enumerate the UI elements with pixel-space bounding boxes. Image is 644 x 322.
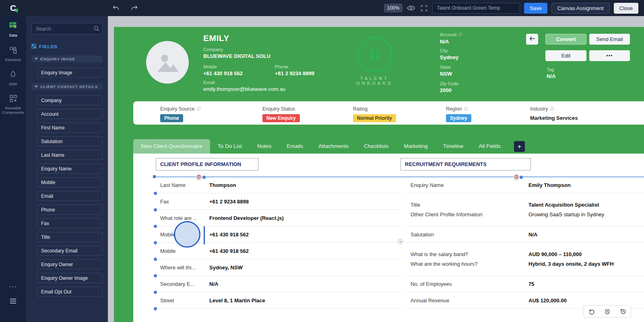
info-icon: ⓘ (550, 106, 554, 112)
field-item[interactable]: First Name (37, 123, 103, 133)
field-item[interactable]: Company (37, 95, 103, 105)
selection-dot[interactable] (154, 307, 157, 310)
field-item[interactable]: Enquiry Image (37, 68, 103, 78)
menu-icon[interactable] (10, 299, 16, 304)
tab-emails[interactable]: Emails (279, 139, 311, 154)
table-row[interactable]: Where will thi...Sydney, NSW (155, 259, 400, 276)
field-item[interactable]: Enquiry Owner (37, 259, 103, 269)
tab-content: CLIENT PROFILE INFORMATION RECRUITMENT R… (133, 154, 644, 322)
selection-handle[interactable] (153, 175, 156, 178)
canvas-template[interactable]: EMILY Company BLUEWAVE DIGITAL SOLU Mobi… (114, 27, 644, 322)
tab-checklists[interactable]: Checklists (356, 139, 396, 154)
info-icon: ⓘ (464, 106, 468, 112)
field-item[interactable]: Mobile (37, 177, 103, 187)
remove-block-icon[interactable] (196, 174, 202, 180)
section-header-enquiry-image[interactable]: ENQUIRY IMAGE (31, 55, 103, 62)
field-item[interactable]: Account (37, 109, 103, 119)
status-enquiry-status: Enquiry Status New Enquiry (262, 106, 300, 122)
field-item[interactable]: Last Name (37, 150, 103, 160)
field-item[interactable]: Salutation (37, 136, 103, 146)
table-row[interactable]: No. of Employees75 (406, 276, 644, 292)
selection-dot[interactable] (154, 274, 157, 277)
selection-dot[interactable] (154, 241, 157, 244)
preview-eye-icon[interactable] (407, 4, 415, 12)
field-item[interactable]: Secondary Email (37, 246, 103, 256)
tab-timeline[interactable]: Timeline (436, 139, 471, 154)
sidebar-item-style[interactable]: Style (1, 70, 25, 86)
search-input[interactable] (31, 23, 103, 35)
field-item[interactable]: Fax (37, 218, 103, 228)
record-name: EMILY (203, 33, 229, 43)
send-email-button[interactable]: Send Email (589, 34, 630, 45)
canvas-assignment-button[interactable]: Canvas Assignment (551, 3, 610, 14)
selection-dot[interactable] (154, 258, 157, 261)
field-item[interactable]: Email (37, 191, 103, 201)
canvas-logo[interactable]: C (0, 0, 26, 16)
sidebar-item-elements[interactable]: Elements (1, 46, 25, 62)
drop-caret (204, 226, 205, 244)
convert-button[interactable]: Convert (545, 34, 586, 45)
selection-dot[interactable] (520, 176, 523, 179)
selection-dot[interactable] (154, 208, 157, 211)
tab-all-fields[interactable]: All Fields (471, 139, 508, 154)
alarm-clock-icon[interactable] (602, 306, 613, 317)
status-badge[interactable]: New Enquiry (262, 114, 300, 122)
back-button[interactable] (526, 34, 538, 45)
edit-button[interactable]: Edit (545, 50, 586, 61)
fields-panel-title: FIELDS (31, 44, 103, 49)
table-row[interactable]: What is the salary band?AUD 90,000 – 110… (406, 243, 644, 276)
zoom-level[interactable]: 100% (384, 4, 403, 12)
redo-icon[interactable] (130, 4, 139, 12)
table-row[interactable]: StreetLevel 8, 1 Martin Place (155, 292, 400, 309)
style-icon (9, 70, 17, 80)
add-field-icon[interactable]: + (398, 239, 403, 244)
recruitment-table[interactable]: Enquiry NameEmily Thompson TitleTalent A… (406, 177, 644, 309)
sidebar-item-reusable-components[interactable]: Reusable Components (1, 94, 25, 115)
selection-dot[interactable] (154, 291, 157, 294)
field-item[interactable]: Email Opt Out (37, 287, 103, 297)
status-badge[interactable]: Sydney (446, 114, 471, 122)
section-title-client-profile[interactable]: CLIENT PROFILE INFORMATION (156, 158, 258, 170)
table-row[interactable]: Last NameThompson (155, 177, 400, 193)
tab-marketing[interactable]: Marketing (396, 139, 435, 154)
undo-icon[interactable] (111, 4, 120, 12)
field-search (31, 23, 103, 35)
sidebar-item-data[interactable]: Data (1, 22, 25, 38)
table-row[interactable]: Enquiry NameEmily Thompson (406, 177, 644, 193)
remove-block-icon[interactable] (513, 174, 520, 180)
history-icon[interactable] (618, 306, 628, 317)
status-badge[interactable]: Phone (160, 114, 183, 122)
rotate-left-icon[interactable] (586, 306, 597, 317)
tab-notes[interactable]: Notes (250, 139, 279, 154)
info-icon: ⓘ (458, 32, 462, 37)
tab-to-do-list[interactable]: To Do List (210, 139, 250, 154)
field-email: Email emily.thompson@bluewave.com.au (203, 80, 285, 92)
status-badge[interactable]: Normal Priority (353, 114, 396, 122)
close-button[interactable]: Close (614, 3, 638, 14)
section-title-recruitment[interactable]: RECRUITMENT REQUIREMENTS (400, 158, 531, 170)
table-row[interactable]: Fax+61 2 9234 8898 (155, 193, 400, 210)
section-header-client-contact-details[interactable]: CLIENT CONTACT DETAILS (31, 83, 103, 90)
fullscreen-icon[interactable] (419, 4, 428, 12)
add-tab-button[interactable]: + (514, 141, 525, 152)
field-item[interactable]: Enquiry Owner Image (37, 273, 103, 283)
table-row[interactable]: TitleTalent Acquisition Specialist Other… (406, 193, 644, 226)
selection-dot[interactable] (202, 176, 206, 179)
table-row[interactable]: Secondary E...N/A (155, 276, 400, 292)
avatar[interactable] (146, 41, 189, 84)
table-row[interactable]: SalutationN/A (406, 226, 644, 243)
field-phone: Phone +61 2 9234 8899 (275, 64, 314, 76)
fields-panel: FIELDS ENQUIRY IMAGE Enquiry Image CLIEN… (26, 16, 108, 322)
tab-attachments[interactable]: Attachments (311, 139, 356, 154)
field-item[interactable]: Title (37, 232, 103, 242)
selection-dot[interactable] (154, 225, 157, 228)
field-item[interactable]: Phone (37, 205, 103, 215)
more-actions-button[interactable]: ••• (589, 50, 630, 61)
save-button[interactable]: Save (524, 3, 547, 14)
field-item[interactable]: Enquiry Name (37, 164, 103, 174)
sidebar-more-icon[interactable]: ••• (9, 285, 17, 289)
tab-new-client-questionnaire[interactable]: New Client Questionnaire (133, 139, 210, 154)
field-account: Accountⓘ N/A (440, 32, 462, 45)
template-name-input[interactable] (432, 3, 520, 14)
selection-dot[interactable] (154, 192, 157, 195)
